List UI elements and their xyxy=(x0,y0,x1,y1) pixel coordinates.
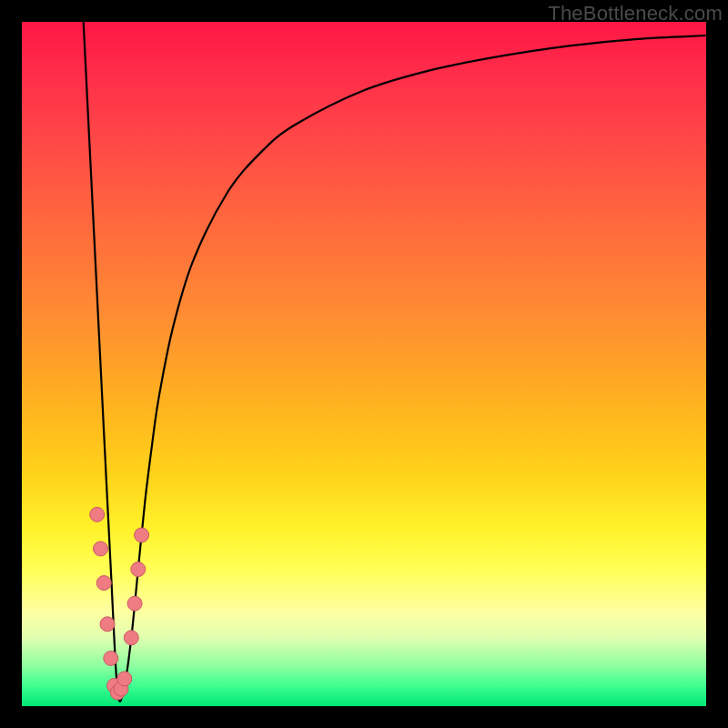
data-marker xyxy=(90,507,105,521)
plot-area xyxy=(22,22,706,706)
bottleneck-curve xyxy=(84,22,706,702)
data-marker xyxy=(100,617,115,632)
data-marker xyxy=(104,651,118,665)
data-marker xyxy=(131,562,146,577)
chart-frame: TheBottleneck.com xyxy=(0,0,728,728)
watermark-text: TheBottleneck.com xyxy=(548,2,723,25)
data-marker xyxy=(117,672,132,686)
data-marker xyxy=(135,528,149,542)
data-marker xyxy=(124,631,138,645)
data-marker xyxy=(127,596,142,611)
data-marker xyxy=(96,576,111,591)
marker-group xyxy=(90,507,149,700)
chart-svg xyxy=(22,22,706,706)
data-marker xyxy=(94,541,108,556)
